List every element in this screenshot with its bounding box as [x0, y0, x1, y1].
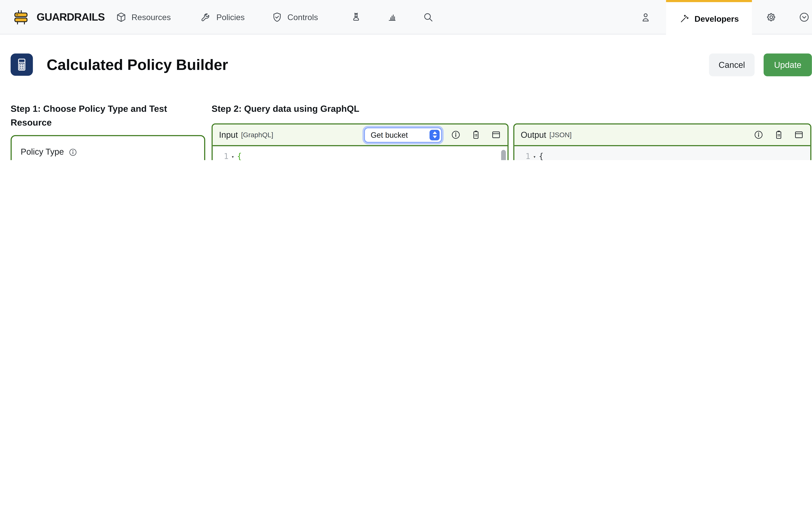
- step2-heading: Step 2: Query data using GraphQL: [212, 102, 359, 116]
- nav-item-resources[interactable]: Resources: [116, 0, 171, 34]
- panel-title: Input: [219, 130, 238, 140]
- graphql-input-panel: Input [GraphQL] Get bucket 1▾{2▾ bucket …: [212, 124, 508, 160]
- json-output-viewer[interactable]: 1▾{2▾ "bucket": {3 "turbot": {4 "tags": …: [514, 146, 810, 160]
- info-icon[interactable]: [754, 130, 764, 140]
- guardrails-logo-icon: [13, 9, 31, 25]
- select-stepper-icon: [430, 129, 439, 140]
- nav-button-settings[interactable]: [766, 0, 777, 34]
- info-icon[interactable]: [451, 130, 461, 140]
- calculated-policy-builder-screen: GUARDRAILS Resources Policies Controls: [0, 0, 812, 160]
- panel-lang: [JSON]: [549, 131, 572, 139]
- search-icon: [422, 12, 434, 23]
- info-icon[interactable]: [68, 147, 77, 157]
- panel-icon[interactable]: [491, 130, 501, 140]
- update-button[interactable]: Update: [764, 54, 812, 76]
- brand-name: GUARDRAILS: [37, 11, 105, 23]
- page: GUARDRAILS Resources Policies Controls: [0, 0, 812, 160]
- graphql-snippet-value: Get bucket: [370, 131, 408, 139]
- policy-type-label: Policy Type: [21, 147, 195, 157]
- nav-item-label: Controls: [288, 13, 318, 22]
- gear-icon: [766, 12, 777, 23]
- page-title: Calculated Policy Builder: [47, 56, 228, 74]
- nav-item-label: Policies: [216, 13, 245, 22]
- nav-item-policies[interactable]: Policies: [201, 0, 245, 34]
- wrench-icon: [201, 12, 212, 23]
- nav-item-label: Resources: [132, 13, 171, 22]
- code-line: 1▾{: [212, 149, 507, 160]
- panel-lang: [GraphQL]: [241, 131, 273, 139]
- panel-icon[interactable]: [794, 130, 804, 140]
- graphql-code-editor[interactable]: 1▾{2▾ bucket {3 # Add required bucket fi…: [212, 146, 507, 160]
- nav-button-status[interactable]: [799, 0, 810, 34]
- nav-button-search[interactable]: [422, 0, 434, 34]
- guardrails-brand[interactable]: GUARDRAILS: [13, 0, 105, 34]
- rook-icon: [350, 12, 362, 23]
- tab-developers-label: Developers: [695, 14, 739, 24]
- json-output-panel: Output [JSON] 1▾{2▾ "bucket": {3 "turbot…: [513, 124, 811, 160]
- step1-panel: Policy Type AWS > S3 > Bucket > Versioni…: [11, 135, 205, 160]
- graphql-snippet-select[interactable]: Get bucket: [364, 127, 442, 142]
- nav-button-profile[interactable]: [640, 0, 651, 34]
- bar-chart-icon: [386, 12, 398, 23]
- cube-icon: [116, 12, 127, 23]
- json-output-header: Output [JSON]: [514, 124, 810, 146]
- clipboard-icon[interactable]: [471, 130, 481, 140]
- panel-title: Output: [521, 130, 546, 140]
- wand-icon: [679, 14, 689, 24]
- person-icon: [640, 12, 651, 23]
- step1-heading: Step 1: Choose Policy Type and Test Reso…: [11, 102, 176, 130]
- nav-item-controls[interactable]: Controls: [272, 0, 318, 34]
- editor-scrollbar[interactable]: [501, 150, 506, 160]
- shield-check-icon: [272, 12, 283, 23]
- nav-button-reports[interactable]: [350, 0, 362, 34]
- graphql-input-header: Input [GraphQL] Get bucket: [212, 124, 507, 146]
- chevron-circle-icon: [799, 12, 810, 23]
- clipboard-icon[interactable]: [774, 130, 784, 140]
- nav-button-activity[interactable]: [386, 0, 398, 34]
- calculator-icon: [11, 54, 33, 76]
- cancel-button[interactable]: Cancel: [709, 54, 755, 76]
- tab-developers[interactable]: Developers: [666, 0, 752, 36]
- code-line: 1▾{: [514, 149, 810, 160]
